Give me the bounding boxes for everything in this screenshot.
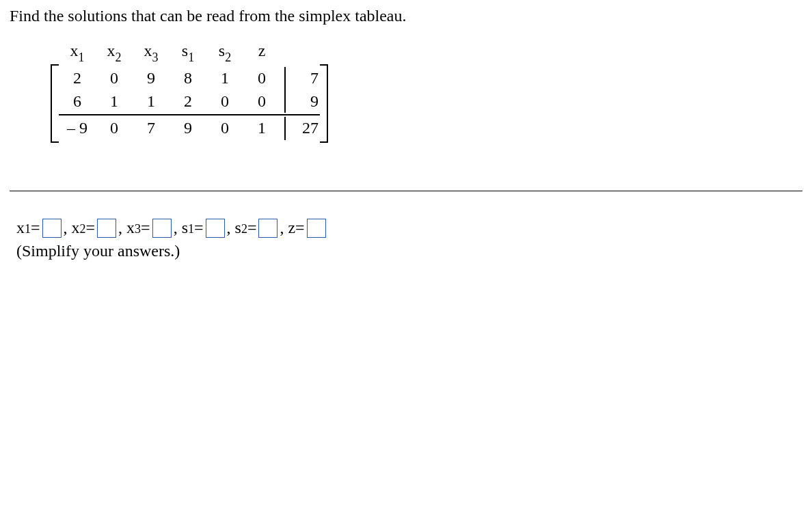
cell: 0: [243, 67, 280, 90]
cell: 1: [206, 67, 243, 90]
cell: 0: [96, 67, 133, 90]
cell: 0: [206, 90, 243, 113]
answer-z: z =: [288, 219, 327, 238]
horizontal-divider: [59, 114, 320, 115]
answer-input-s2[interactable]: [258, 219, 278, 238]
simplify-note: (Simplify your answers.): [16, 242, 802, 260]
table-row: 2 0 9 8 1 0 7: [59, 67, 320, 90]
cell: 1: [133, 90, 170, 113]
header-z: z: [243, 40, 280, 64]
vertical-divider: [284, 90, 286, 113]
cell: – 9: [59, 117, 96, 140]
answer-input-s1[interactable]: [206, 219, 225, 238]
cell: 9: [133, 67, 170, 90]
answer-input-x2[interactable]: [97, 219, 116, 238]
header-x2: x2: [96, 40, 133, 64]
section-divider: [10, 191, 802, 191]
cell: 0: [243, 90, 280, 113]
answer-input-x1[interactable]: [42, 219, 62, 238]
instruction-text: Find the solutions that can be read from…: [10, 7, 802, 25]
simplex-tableau: x1 x2 x3 s1 s2 z 2: [51, 40, 328, 143]
cell: 9: [170, 117, 206, 140]
cell-rhs: 27: [290, 117, 320, 140]
answer-line: x1 = , x2 = , x3 = , s1 = , s2 = , z =: [16, 219, 802, 238]
header-s1: s1: [170, 40, 206, 64]
answer-s2: s2 = ,: [235, 219, 284, 238]
cell: 6: [59, 90, 96, 113]
answer-x3: x3 = ,: [126, 219, 178, 238]
cell: 7: [133, 117, 170, 140]
bracket-right: [320, 64, 328, 143]
cell: 1: [243, 117, 280, 140]
cell: 2: [59, 67, 96, 90]
vertical-divider: [284, 67, 286, 90]
header-x1: x1: [59, 40, 96, 64]
answer-x2: x2 = ,: [72, 219, 123, 238]
answer-input-x3[interactable]: [152, 219, 172, 238]
vertical-divider: [284, 117, 286, 140]
answer-input-z[interactable]: [307, 219, 326, 238]
answer-x1: x1 = ,: [16, 219, 68, 238]
cell: 0: [96, 117, 133, 140]
answer-s1: s1 = ,: [182, 219, 231, 238]
cell-rhs: 9: [290, 90, 320, 113]
table-row: 6 1 1 2 0 0 9: [59, 90, 320, 113]
cell: 1: [96, 90, 133, 113]
header-s2: s2: [206, 40, 243, 64]
cell-rhs: 7: [290, 67, 320, 90]
table-row: – 9 0 7 9 0 1 27: [59, 117, 320, 140]
cell: 8: [170, 67, 206, 90]
cell: 2: [170, 90, 206, 113]
cell: 0: [206, 117, 243, 140]
tableau-headers: x1 x2 x3 s1 s2 z: [59, 40, 328, 64]
header-x3: x3: [133, 40, 170, 64]
bracket-left: [51, 64, 59, 143]
